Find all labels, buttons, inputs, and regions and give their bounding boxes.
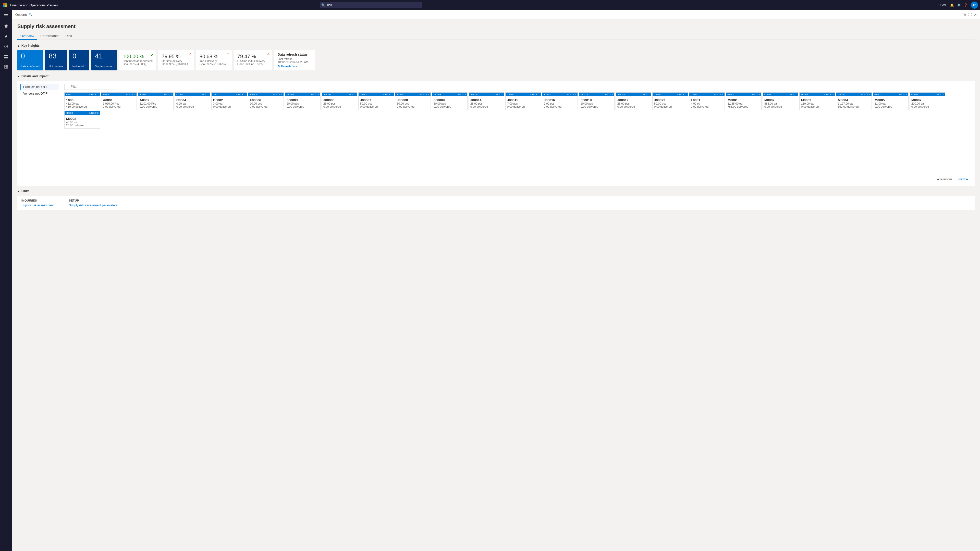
metric-in-full-goal: Goal: 96% (-15.32%) — [200, 62, 228, 65]
product-lines-label: LINES: 1 — [493, 93, 503, 96]
product-card-body: M0008 45.00 ea 25.00 delivered — [65, 116, 100, 128]
product-card-body: J00015 7.00 pcs 0.00 delivered — [506, 97, 541, 110]
global-search[interactable]: 🔍 — [320, 2, 422, 8]
product-card-body: J00003 20.00 pcs 0.00 delivered — [285, 97, 320, 110]
tab-performance[interactable]: Performance — [37, 32, 62, 40]
product-card[interactable]: M0005 LINES: 1 M0005 11.00 ea 0.00 deliv… — [873, 92, 908, 110]
filter-input[interactable] — [64, 84, 115, 90]
product-card[interactable]: L0001 LINES: 1 L0001 4.00 ea 0.00 delive… — [689, 92, 725, 110]
previous-button[interactable]: ◄ Previous — [934, 176, 955, 182]
main-layout: Options 🔍 ↻ ⛶ ✕ Supply risk assessment O… — [0, 10, 980, 551]
product-card[interactable]: M0004 LINES: 2 M0004 1,127.00 ea 661.00 … — [836, 92, 872, 110]
details-header[interactable]: ▲ Details and impact — [18, 75, 975, 78]
kpi-not-on-time[interactable]: 83 Not on-time — [45, 50, 67, 70]
product-card-body: M0003 110.00 ea 0.00 delivered — [800, 97, 835, 110]
sidebar-modules-icon[interactable] — [1, 62, 11, 71]
avatar[interactable]: AD — [971, 2, 978, 9]
product-card-body: M0007 200.00 ea 0.00 delivered — [910, 97, 945, 110]
sidebar-item-products-not-otif[interactable]: Products not OTIF — [21, 84, 59, 90]
sidebar-home-icon[interactable] — [1, 21, 11, 30]
product-lines-label: LINES: 1 — [567, 93, 576, 96]
product-card[interactable]: J00019 LINES: 1 J00019 25.00 pcs 0.00 de… — [616, 92, 651, 110]
product-card[interactable]: J00014 LINES: 1 J00014 28.00 pcs 0.00 de… — [469, 92, 504, 110]
product-delivered: 0.00 delivered — [250, 105, 282, 108]
help-icon[interactable]: ❓ — [964, 3, 968, 7]
expand-icon[interactable]: ⛶ — [968, 13, 972, 17]
product-card[interactable]: M0008 LINES: 2 M0008 45.00 ea 25.00 deli… — [64, 111, 100, 129]
product-card-header: J00016 LINES: 1 — [542, 93, 578, 96]
product-card[interactable]: J00016 LINES: 1 J00016 7.00 pcs 0.00 del… — [542, 92, 578, 110]
link-supply-risk-params[interactable]: Supply risk assessment parameters — [69, 203, 118, 207]
search-input[interactable] — [320, 2, 422, 8]
close-icon[interactable]: ✕ — [974, 13, 977, 17]
sidebar-item-vendors-not-otif[interactable]: Vendors not OTIF — [21, 90, 59, 97]
sidebar-workspaces-icon[interactable] — [1, 52, 11, 61]
refresh-data-link[interactable]: ↻ Refresh data — [278, 65, 311, 68]
product-card-body: J00007 50.00 pcs 0.00 delivered — [359, 97, 394, 110]
refresh-icon[interactable]: ↻ — [963, 13, 966, 17]
product-lines-label: LINES: 2 — [89, 112, 99, 114]
metric-in-full[interactable]: ⚠ 80.68 % In-full delivery Goal: 96% (-1… — [196, 50, 232, 70]
metric-confirmed-goal: Goal: 96% (4.00%) — [123, 62, 152, 65]
pagination: ◄ Previous Next ► — [64, 174, 972, 183]
product-card[interactable]: D0002 LINES: 1 D0002 3.00 ea 0.00 delive… — [211, 92, 247, 110]
product-card-body: M0002 883.00 ea 0.00 delivered — [763, 97, 798, 110]
product-id: D0002 — [213, 98, 245, 102]
product-card[interactable]: F00006 LINES: 1 F00006 20.00 pcs 0.00 de… — [248, 92, 284, 110]
metric-on-time[interactable]: ⚠ 79.95 % On-time delivery Goal: 96% (-1… — [158, 50, 194, 70]
product-card[interactable]: J00007 LINES: 1 J00007 50.00 pcs 0.00 de… — [358, 92, 394, 110]
product-delivered: 755.00 delivered — [728, 105, 760, 108]
product-qty: 11.00 ea — [875, 102, 907, 105]
product-lines-label: LINES: 1 — [641, 93, 650, 96]
product-card[interactable]: M0002 LINES: 1 M0002 883.00 ea 0.00 deli… — [762, 92, 798, 110]
product-card[interactable]: J00006 LINES: 1 J00006 25.00 pcs 0.00 de… — [321, 92, 357, 110]
product-card[interactable]: J00008 LINES: 1 J00008 50.00 pcs 0.00 de… — [395, 92, 431, 110]
product-card[interactable]: J00003 LINES: 1 J00003 20.00 pcs 0.00 de… — [285, 92, 321, 110]
product-id-label: J00015 — [507, 93, 514, 96]
topbar: Finance and Operations Preview 🔍 USMF 🔔 … — [0, 0, 980, 10]
svg-rect-6 — [4, 17, 8, 17]
tab-risk[interactable]: Risk — [62, 32, 75, 40]
metric-confirmed[interactable]: ✓ 100.00 % Confirmed as requested Goal: … — [119, 50, 156, 70]
product-card[interactable]: J00022 LINES: 1 J00022 50.00 pcs 0.00 de… — [652, 92, 688, 110]
product-card-header: F00006 LINES: 1 — [248, 93, 283, 96]
kpi-single-sourced[interactable]: 41 Single sourced — [91, 50, 117, 70]
product-qty: 25.00 pcs — [617, 102, 649, 105]
app-logo[interactable] — [2, 2, 8, 8]
app-title: Finance and Operations Preview — [10, 3, 59, 7]
key-insights-header[interactable]: ▲ Key insights — [18, 44, 975, 48]
tab-overview[interactable]: Overview — [18, 32, 37, 40]
product-card[interactable]: J00009 LINES: 1 J00009 50.00 pcs 0.00 de… — [432, 92, 468, 110]
sidebar-nav-icon[interactable] — [1, 11, 11, 21]
product-card[interactable]: M0007 LINES: 2 M0007 200.00 ea 0.00 deli… — [910, 92, 945, 110]
links-header[interactable]: ▲ Links — [18, 189, 975, 193]
product-card[interactable]: M0003 LINES: 3 M0003 110.00 ea 0.00 deli… — [799, 92, 835, 110]
product-card[interactable]: M0001 LINES: 2 M0001 1,185.00 ea 755.00 … — [726, 92, 762, 110]
product-card[interactable]: A0001 LINES: 8 A0001 1,090.00 Pcs 0.00 d… — [101, 92, 137, 110]
kpi-late-confirmed[interactable]: 0 Late confirmed — [18, 50, 43, 70]
product-delivered: 0.00 delivered — [691, 105, 723, 108]
notification-icon[interactable]: 🔔 — [950, 3, 954, 7]
settings-icon[interactable]: ⚙️ — [957, 3, 961, 7]
collapse-chevron: ▲ — [18, 44, 20, 47]
options-search[interactable]: 🔍 — [29, 13, 64, 17]
product-lines-label: LINES: 1 — [677, 93, 687, 96]
sidebar-recents-icon[interactable] — [1, 42, 11, 51]
product-card[interactable]: J00018 LINES: 1 J00018 20.00 pcs 0.00 de… — [579, 92, 614, 110]
next-button[interactable]: Next ► — [956, 176, 971, 182]
metric-otif-goal: Goal: 96% (-16.53%) — [237, 62, 269, 65]
sidebar-favorites-icon[interactable] — [1, 32, 11, 41]
product-qty: 200.00 ea — [912, 102, 943, 105]
product-card[interactable]: J00015 LINES: 1 J00015 7.00 pcs 0.00 del… — [505, 92, 541, 110]
links-group: INQUIRIES Supply risk assessment SETUP S… — [21, 199, 971, 207]
link-supply-risk-assessment[interactable]: Supply risk assessment — [21, 203, 54, 207]
product-card[interactable]: 1000 LINES: 1 1000 412.00 ea 410.00 deli… — [64, 92, 100, 110]
product-qty: 20.00 pcs — [250, 102, 282, 105]
product-card[interactable]: C0004 LINES: 1 C0004 0.00 ea 0.00 delive… — [175, 92, 210, 110]
product-card[interactable]: A0002 LINES: 6 A0002 1,101.00 Pcs 0.00 d… — [138, 92, 173, 110]
product-lines-label: LINES: 3 — [824, 93, 834, 96]
kpi-not-in-full[interactable]: 0 Not in-full — [69, 50, 89, 70]
kpi-late-confirmed-value: 0 — [21, 52, 40, 60]
options-search-input[interactable] — [33, 13, 64, 17]
metric-otif[interactable]: ⚠ 79.47 % On-time in-full delivery Goal:… — [234, 50, 272, 70]
